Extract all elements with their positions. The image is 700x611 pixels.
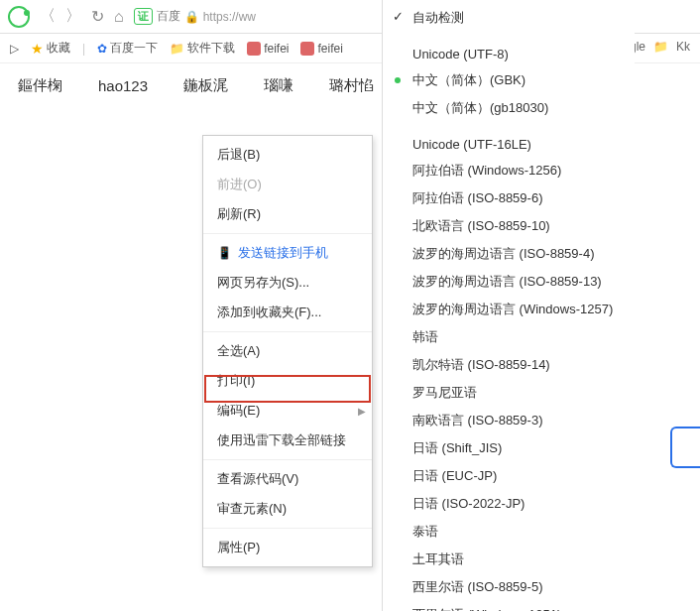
separator	[383, 122, 635, 132]
cm-selectall[interactable]: 全选(A)	[203, 336, 372, 366]
context-menu: 后退(B) 前进(O) 刷新(R) 📱发送链接到手机 网页另存为(S)... 添…	[202, 135, 373, 567]
cm-properties[interactable]: 属性(P)	[203, 533, 372, 562]
nav-tab[interactable]: 鍦板浘	[183, 76, 228, 95]
enc-item[interactable]: 波罗的海周边语言 (ISO-8859-4)	[383, 240, 635, 268]
cm-encoding[interactable]: 编码(E)▶	[203, 396, 372, 426]
encoding-submenu: 自动检测 Unicode (UTF-8) 中文（简体）(GBK) 中文（简体）(…	[382, 0, 635, 611]
separator	[203, 459, 372, 460]
bookmark-label: feifei	[317, 42, 342, 56]
enc-item[interactable]: 韩语	[383, 323, 635, 351]
enc-item[interactable]: 西里尔语 (ISO-8859-5)	[383, 573, 635, 601]
cm-encoding-label: 编码(E)	[217, 402, 260, 420]
cert-shield-icon: 证	[134, 8, 153, 25]
favorites-button[interactable]: ★收藏	[31, 40, 70, 57]
cm-forward: 前进(O)	[203, 170, 372, 199]
nav-tab[interactable]: hao123	[98, 77, 148, 94]
separator	[203, 233, 372, 234]
bookmark-item[interactable]: feifei	[247, 42, 289, 56]
back-icon[interactable]: 〈	[40, 6, 56, 27]
url-text[interactable]: https://ww	[203, 10, 256, 24]
play-icon[interactable]: ▷	[10, 42, 19, 56]
separator	[383, 32, 635, 42]
nav-tab[interactable]: 瑙嗛	[264, 76, 293, 95]
bookmark-label: feifei	[264, 42, 289, 56]
bookmark-label: 软件下载	[187, 40, 235, 57]
bookmark-item[interactable]: feifei	[300, 42, 342, 56]
folder-icon: 📁	[653, 40, 668, 54]
enc-auto[interactable]: 自动检测	[383, 4, 635, 32]
bookmark-label: 百度一下	[110, 40, 158, 57]
enc-item[interactable]: 日语 (EUC-JP)	[383, 462, 635, 490]
forward-icon[interactable]: 〉	[65, 6, 81, 27]
avatar-icon	[300, 42, 314, 56]
cm-sendlink-label: 发送链接到手机	[238, 244, 328, 262]
cm-addfav[interactable]: 添加到收藏夹(F)...	[203, 298, 372, 327]
enc-item[interactable]: 罗马尼亚语	[383, 379, 635, 407]
cm-inspect[interactable]: 审查元素(N)	[203, 494, 372, 524]
enc-item-active[interactable]: 中文（简体）(GBK)	[383, 66, 635, 94]
enc-item[interactable]: 泰语	[383, 518, 635, 546]
cm-back[interactable]: 后退(B)	[203, 140, 372, 170]
enc-item[interactable]: 波罗的海周边语言 (Windows-1257)	[383, 296, 635, 323]
enc-item[interactable]: 凯尔特语 (ISO-8859-14)	[383, 351, 635, 379]
star-icon: ★	[31, 41, 44, 57]
bookmark-item[interactable]: 📁软件下载	[170, 40, 235, 57]
cm-saveas[interactable]: 网页另存为(S)...	[203, 268, 372, 298]
side-widget[interactable]	[670, 427, 700, 468]
paw-icon: ✿	[97, 42, 107, 56]
enc-item[interactable]: 北欧语言 (ISO-8859-10)	[383, 212, 635, 240]
separator	[203, 528, 372, 529]
enc-item[interactable]: 日语 (Shift_JIS)	[383, 434, 635, 462]
enc-item[interactable]: 阿拉伯语 (Windows-1256)	[383, 157, 635, 184]
enc-item[interactable]: 日语 (ISO-2022-JP)	[383, 490, 635, 518]
cm-sendlink[interactable]: 📱发送链接到手机	[203, 238, 372, 268]
lock-icon: 🔒	[184, 10, 199, 24]
enc-item[interactable]: Unicode (UTF-8)	[383, 42, 635, 66]
cm-thunder[interactable]: 使用迅雷下载全部链接	[203, 426, 372, 455]
site-name: 百度	[157, 8, 180, 25]
favorites-label: 收藏	[47, 40, 70, 57]
enc-item[interactable]: 南欧语言 (ISO-8859-3)	[383, 407, 635, 434]
reload-icon[interactable]: ↻	[91, 7, 104, 26]
cm-viewsource[interactable]: 查看源代码(V)	[203, 464, 372, 494]
cm-print[interactable]: 打印(I)	[203, 366, 372, 396]
enc-item[interactable]: 阿拉伯语 (ISO-8859-6)	[383, 184, 635, 212]
separator	[203, 331, 372, 332]
bookmark-item[interactable]: ✿百度一下	[97, 40, 158, 57]
home-icon[interactable]: ⌂	[114, 8, 124, 26]
phone-icon: 📱	[217, 246, 232, 260]
enc-item[interactable]: 西里尔语 (Windows-1251)	[383, 601, 635, 611]
enc-item[interactable]: 土耳其语	[383, 546, 635, 573]
address-badge: 证 百度 🔒 https://ww	[134, 8, 256, 25]
enc-item[interactable]: 波罗的海周边语言 (ISO-8859-13)	[383, 268, 635, 296]
chevron-right-icon: ▶	[358, 406, 366, 417]
cm-refresh[interactable]: 刷新(R)	[203, 199, 372, 229]
browser-logo-icon	[8, 6, 30, 28]
nav-tab[interactable]: 璐村惂	[329, 76, 374, 95]
enc-item[interactable]: Unicode (UTF-16LE)	[383, 132, 635, 157]
nav-tab[interactable]: 鏂伴椈	[18, 76, 62, 95]
folder-icon: 📁	[170, 42, 184, 56]
bookmark-trunc[interactable]: Kk	[676, 40, 690, 54]
avatar-icon	[247, 42, 261, 56]
enc-item[interactable]: 中文（简体）(gb18030)	[383, 94, 635, 122]
